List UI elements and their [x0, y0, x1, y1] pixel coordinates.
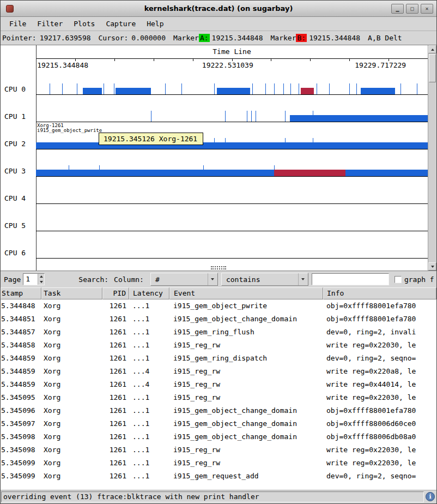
- task-segment[interactable]: [217, 88, 250, 94]
- match-select[interactable]: contains: [221, 273, 308, 286]
- chevron-down-icon[interactable]: [298, 273, 308, 285]
- task-segment[interactable]: [361, 88, 395, 94]
- event-tick[interactable]: [247, 111, 247, 122]
- table-row[interactable]: 5.344848Xorg1261...1i915_gem_object_pwri…: [1, 299, 436, 313]
- cell-latency: ...1: [129, 404, 169, 417]
- timeline-graph[interactable]: Time Line 19215.34484819222.53103919229.…: [1, 45, 436, 271]
- event-tick[interactable]: [251, 111, 252, 122]
- event-tick[interactable]: [299, 83, 299, 94]
- window-title: kernelshark(trace.dat) (on sugarbay): [144, 4, 293, 13]
- cpu-plot[interactable]: [36, 158, 428, 185]
- menu-item-capture[interactable]: Capture: [100, 18, 141, 29]
- cell-info: obj=0xffff88006d60ce0: [323, 417, 436, 430]
- menu-item-help[interactable]: Help: [141, 18, 169, 29]
- cpu-plot[interactable]: [36, 185, 428, 212]
- table-row[interactable]: 5.344858Xorg1261...1i915_reg_rwwrite reg…: [1, 339, 436, 352]
- column-header[interactable]: Latency: [129, 287, 169, 299]
- event-tick[interactable]: [225, 111, 226, 122]
- event-tick[interactable]: [349, 83, 350, 94]
- event-tick[interactable]: [283, 83, 284, 94]
- cpu-lane[interactable]: CPU 1: [1, 103, 428, 130]
- spin-down-icon[interactable]: [38, 279, 44, 285]
- event-tick[interactable]: [114, 83, 114, 94]
- menu-item-plots[interactable]: Plots: [68, 18, 100, 29]
- close-button[interactable]: ✕: [421, 4, 433, 14]
- title-bar[interactable]: kernelshark(trace.dat) (on sugarbay) ▁□✕: [1, 1, 436, 17]
- event-tick[interactable]: [285, 111, 286, 122]
- event-tick[interactable]: [417, 83, 417, 94]
- event-tick[interactable]: [77, 83, 77, 94]
- column-header[interactable]: PID: [102, 287, 129, 299]
- table-row[interactable]: 5.345099Xorg1261...1i915_gem_request_add…: [1, 470, 436, 483]
- event-tick[interactable]: [356, 83, 357, 94]
- cpu-lane[interactable]: CPU 5: [1, 212, 428, 239]
- event-tick[interactable]: [252, 83, 253, 94]
- table-row[interactable]: 5.345097Xorg1261...1i915_gem_object_chan…: [1, 417, 436, 430]
- column-header[interactable]: Task: [41, 287, 102, 299]
- event-tick[interactable]: [400, 83, 401, 94]
- scroll-down-icon[interactable]: [428, 262, 436, 271]
- cpu-plot[interactable]: [36, 130, 428, 158]
- table-row[interactable]: 5.344859Xorg1261...4i915_reg_rwwrite reg…: [1, 378, 436, 391]
- maximize-button[interactable]: □: [406, 4, 418, 14]
- cpu-plot[interactable]: [36, 212, 428, 239]
- column-select[interactable]: #: [150, 273, 218, 286]
- event-tick[interactable]: [329, 83, 330, 94]
- table-row[interactable]: 5.345095Xorg1261...1i915_reg_rwwrite reg…: [1, 391, 436, 404]
- table-row[interactable]: 5.344859Xorg1261...1i915_gem_ring_dispat…: [1, 352, 436, 365]
- cell-stamp: 5.345096: [1, 404, 41, 417]
- task-segment[interactable]: [36, 142, 428, 149]
- cpu-plot[interactable]: [36, 76, 428, 103]
- pane-resize-handle[interactable]: [211, 266, 226, 269]
- cell-task: Xorg: [41, 404, 102, 417]
- minimize-button[interactable]: ▁: [391, 4, 404, 14]
- task-segment[interactable]: [274, 170, 345, 176]
- page-spinner[interactable]: 1: [23, 273, 45, 285]
- event-tick[interactable]: [181, 83, 182, 94]
- chevron-down-icon[interactable]: [208, 273, 217, 285]
- cpu-lane[interactable]: CPU 4: [1, 185, 428, 212]
- graph-scrollbar[interactable]: [428, 45, 436, 271]
- event-tick[interactable]: [317, 83, 317, 94]
- table-header: StampTaskPIDLatencyEventInfo: [1, 287, 436, 299]
- cpu-lane[interactable]: CPU 2: [1, 130, 428, 158]
- table-row[interactable]: 5.345098Xorg1261...1i915_gem_object_chan…: [1, 430, 436, 443]
- event-tick[interactable]: [104, 83, 104, 94]
- cpu-plot[interactable]: [36, 239, 428, 267]
- table-row[interactable]: 5.344859Xorg1261...4i915_reg_rwwrite reg…: [1, 365, 436, 378]
- task-segment[interactable]: [116, 88, 151, 94]
- table-row[interactable]: 5.345096Xorg1261...1i915_gem_object_chan…: [1, 404, 436, 417]
- event-tick[interactable]: [274, 83, 275, 94]
- cpu-lane[interactable]: CPU 6: [1, 239, 428, 267]
- column-header[interactable]: Info: [323, 287, 436, 299]
- event-tick[interactable]: [151, 111, 151, 122]
- task-segment[interactable]: [36, 170, 428, 176]
- task-segment[interactable]: [290, 115, 428, 122]
- event-tick[interactable]: [165, 83, 166, 94]
- graph-follows-checkbox[interactable]: [394, 276, 402, 283]
- event-tick[interactable]: [290, 83, 291, 94]
- task-segment[interactable]: [301, 88, 314, 94]
- cpu-plot[interactable]: [36, 103, 428, 130]
- scrollbar-thumb[interactable]: [429, 54, 436, 82]
- spin-up-icon[interactable]: [38, 274, 44, 279]
- search-input[interactable]: [312, 273, 389, 285]
- menu-item-file[interactable]: File: [4, 18, 32, 29]
- info-icon[interactable]: i: [426, 492, 435, 501]
- event-tick[interactable]: [62, 83, 63, 94]
- event-tick[interactable]: [50, 83, 50, 94]
- table-row[interactable]: 5.344851Xorg1261...1i915_gem_object_chan…: [1, 313, 436, 326]
- scroll-up-icon[interactable]: [428, 45, 436, 53]
- task-segment[interactable]: [83, 88, 102, 94]
- table-row[interactable]: 5.345098Xorg1261...1i915_reg_rwwrite reg…: [1, 443, 436, 457]
- event-tick[interactable]: [265, 83, 266, 94]
- menu-item-filter[interactable]: Filter: [32, 18, 68, 29]
- column-header[interactable]: Stamp: [1, 287, 41, 299]
- event-tick[interactable]: [214, 83, 215, 94]
- table-row[interactable]: 5.345099Xorg1261...1i915_reg_rwwrite reg…: [1, 457, 436, 470]
- table-row[interactable]: 5.344857Xorg1261...1i915_gem_ring_flushd…: [1, 326, 436, 339]
- cpu-lane[interactable]: CPU 0: [1, 76, 428, 103]
- cpu-lane[interactable]: CPU 3: [1, 158, 428, 185]
- event-tick[interactable]: [256, 111, 256, 122]
- column-header[interactable]: Event: [169, 287, 323, 299]
